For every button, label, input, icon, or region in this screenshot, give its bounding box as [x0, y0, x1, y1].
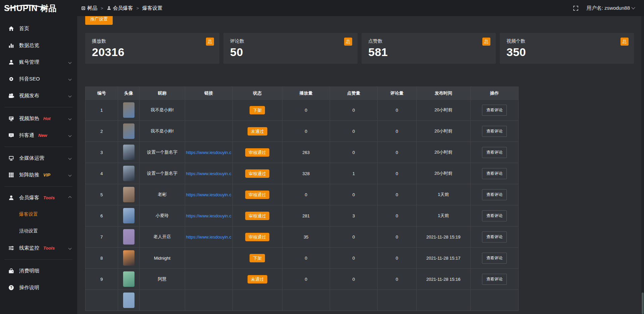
- sidebar-item-label: 全媒体运营: [19, 155, 44, 161]
- sidebar-item-线索监控[interactable]: 线索监控Tools: [0, 240, 77, 256]
- view-comments-button[interactable]: 查看评论: [482, 126, 507, 137]
- table-header-cell: 评论量: [378, 87, 417, 100]
- vertical-scrollbar[interactable]: [641, 16, 644, 314]
- avatar-cell: [118, 290, 140, 311]
- time-cell: [417, 290, 471, 311]
- status-badge: 审核通过: [245, 233, 269, 241]
- sidebar-divider: [5, 186, 72, 187]
- sidebar-badge: VIP: [43, 172, 50, 177]
- stat-card-comments: 评论数 50 总: [223, 33, 358, 64]
- status-cell: 审核通过: [233, 142, 282, 163]
- action-cell: 查看评论: [471, 226, 518, 248]
- likes-cell: 0: [330, 142, 378, 163]
- id-cell: 4: [86, 163, 118, 184]
- breadcrumb-item[interactable]: 爆客设置: [142, 5, 162, 11]
- sidebar-item-label: 数据总览: [19, 42, 39, 49]
- sidebar-item-label: 抖音SEO: [19, 76, 40, 82]
- plays-cell: 35: [282, 226, 330, 248]
- bar-chart-icon: [8, 42, 14, 48]
- sidebar-item-label: 首页: [19, 25, 29, 32]
- fullscreen-icon[interactable]: [573, 5, 579, 11]
- nickname-cell: [140, 290, 185, 311]
- app-icon: [81, 6, 86, 10]
- sidebar-item-全媒体运营[interactable]: 全媒体运营: [0, 150, 77, 166]
- videos-table: 编号头像昵称链接状态播放量点赞量评论量发布时间操作 1我不是小帅!下架00020…: [85, 87, 519, 311]
- id-cell: 6: [86, 205, 118, 226]
- view-comments-button[interactable]: 查看评论: [482, 105, 507, 116]
- stat-value: 350: [506, 46, 627, 59]
- view-comments-button[interactable]: 查看评论: [482, 274, 507, 285]
- likes-cell: 0: [330, 184, 378, 205]
- sidebar-item-视频加热[interactable]: 视频加热Hot: [0, 110, 77, 127]
- view-comments-button[interactable]: 查看评论: [482, 231, 507, 243]
- nickname-cell: 阿慧: [140, 269, 185, 290]
- sidebar-item-首页[interactable]: 首页: [0, 20, 77, 37]
- breadcrumb-item[interactable]: 树品: [81, 5, 97, 11]
- avatar: [123, 229, 135, 245]
- sidebar-item-label: 矩阵助推: [19, 172, 39, 178]
- action-cell: 查看评论: [471, 184, 518, 205]
- user-icon: [8, 59, 14, 65]
- scrollbar-thumb[interactable]: [642, 293, 644, 314]
- sidebar-subitem-爆客设置[interactable]: 爆客设置: [0, 206, 77, 223]
- sidebar-item-抖音SEO[interactable]: 抖音SEO: [0, 70, 77, 87]
- sidebar-item-消费明细[interactable]: 消费明细: [0, 262, 77, 279]
- status-badge: 审核通过: [245, 169, 269, 178]
- avatar-cell: [118, 226, 140, 248]
- view-comments-button[interactable]: 查看评论: [482, 189, 507, 200]
- comments-cell: 0: [378, 142, 417, 163]
- status-cell: 未通过: [233, 121, 282, 142]
- status-cell: [233, 290, 282, 311]
- id-cell: [86, 290, 118, 311]
- video-link[interactable]: https://www.iesdouyin.c: [185, 150, 233, 155]
- avatar: [123, 293, 135, 308]
- sidebar-item-账号管理[interactable]: 账号管理: [0, 54, 77, 70]
- sidebar-badge: Hot: [43, 116, 51, 121]
- logo-arc-icon: [5, 5, 49, 9]
- link-cell: [185, 121, 233, 142]
- table-row: 2我不是小帅!未通过00020小时前查看评论: [86, 121, 518, 142]
- sidebar-divider: [5, 259, 72, 260]
- breadcrumb-item[interactable]: 会员爆客: [107, 5, 133, 11]
- video-link[interactable]: https://www.iesdouyin.c: [185, 171, 233, 176]
- id-cell: 2: [86, 121, 118, 142]
- view-comments-button[interactable]: 查看评论: [482, 253, 507, 264]
- video-link[interactable]: https://www.iesdouyin.c: [185, 192, 233, 197]
- sidebar-item-矩阵助推[interactable]: 矩阵助推VIP: [0, 166, 77, 183]
- plays-cell: 0: [282, 269, 330, 290]
- link-cell: https://www.iesdouyin.c: [185, 205, 233, 226]
- topbar-right: 用户名: zswodun88: [573, 5, 644, 11]
- avatar-cell: [118, 142, 140, 163]
- table-row: 1我不是小帅!下架00020小时前查看评论: [86, 100, 518, 121]
- sidebar-item-视频发布[interactable]: 视频发布: [0, 87, 77, 104]
- chevron-down-icon: [631, 5, 635, 9]
- table-header-cell: 昵称: [140, 87, 185, 100]
- time-cell: 20小时前: [417, 142, 471, 163]
- grid-icon: [8, 172, 14, 178]
- time-cell: 1天前: [417, 184, 471, 205]
- table-header-cell: 头像: [118, 87, 140, 100]
- video-link[interactable]: https://www.iesdouyin.c: [185, 234, 233, 240]
- sidebar-item-数据总览[interactable]: 数据总览: [0, 37, 77, 54]
- sidebar-item-操作说明[interactable]: ?操作说明: [0, 279, 77, 296]
- app-logo: SHUPIN 树品: [0, 4, 77, 12]
- sliders-icon: [8, 245, 14, 251]
- stat-value: 581: [368, 46, 489, 59]
- plays-cell: 263: [282, 142, 330, 163]
- username-dropdown[interactable]: 用户名: zswodun88: [587, 5, 635, 11]
- view-comments-button[interactable]: 查看评论: [482, 147, 507, 158]
- sidebar-item-会员爆客[interactable]: 会员爆客Tools: [0, 189, 77, 206]
- view-comments-button[interactable]: 查看评论: [482, 168, 507, 179]
- username-label: 用户名: zswodun88: [587, 5, 630, 11]
- action-cell: 查看评论: [471, 142, 518, 163]
- time-cell: 20小时前: [417, 163, 471, 184]
- sidebar-item-抖客通[interactable]: 抖客通New: [0, 127, 77, 144]
- sidebar-badge: Tools: [43, 195, 55, 200]
- view-comments-button[interactable]: 查看评论: [482, 210, 507, 221]
- status-badge: 下架: [250, 254, 265, 262]
- stat-value: 20316: [92, 46, 213, 59]
- sidebar-subitem-活动设置[interactable]: 活动设置: [0, 223, 77, 240]
- link-cell: https://www.iesdouyin.c: [185, 184, 233, 205]
- status-cell: 下架: [233, 248, 282, 269]
- video-link[interactable]: https://www.iesdouyin.c: [185, 213, 233, 218]
